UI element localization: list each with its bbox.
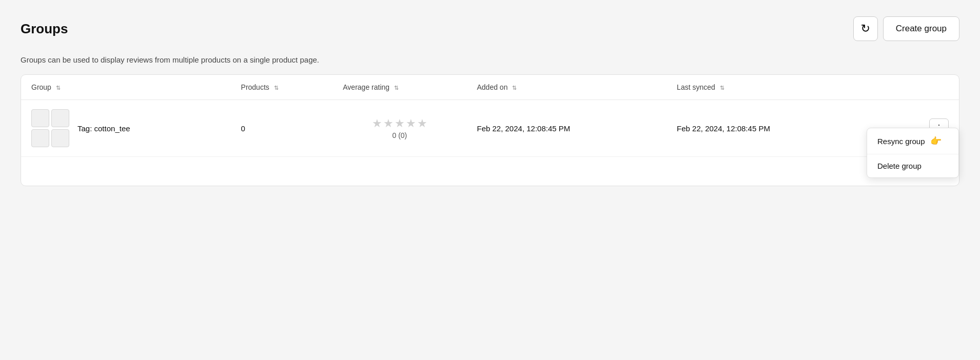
sort-icon-products: ⇅ (274, 85, 279, 91)
group-cell: Tag: cotton_tee (21, 100, 231, 157)
rating-text: 0 (0) (392, 131, 407, 139)
cursor-icon: 👉 (930, 135, 942, 147)
group-icon-grid (31, 109, 69, 147)
empty-row (21, 157, 959, 186)
page-container: Groups ↺ Create group Groups can be used… (21, 16, 959, 186)
col-last-synced[interactable]: Last synced ⇅ (667, 75, 919, 100)
star-1: ★ (372, 117, 382, 130)
actions-cell: ⋮ Resync group 👉 Delete group (919, 100, 959, 157)
groups-table-wrapper: Group ⇅ Products ⇅ Average rating ⇅ Adde… (21, 74, 959, 186)
page-title: Groups (21, 21, 68, 37)
empty-cell (21, 157, 959, 186)
col-products[interactable]: Products ⇅ (231, 75, 333, 100)
col-group[interactable]: Group ⇅ (21, 75, 231, 100)
sort-icon-synced: ⇅ (720, 85, 724, 91)
group-icon-cell-br (51, 129, 69, 147)
page-subtitle: Groups can be used to display reviews fr… (21, 55, 959, 64)
resync-group-label: Resync group (877, 137, 925, 146)
create-group-button[interactable]: Create group (883, 16, 959, 41)
star-5: ★ (417, 117, 427, 130)
groups-table: Group ⇅ Products ⇅ Average rating ⇅ Adde… (21, 75, 959, 186)
sort-icon-added: ⇅ (512, 85, 517, 91)
star-2: ★ (383, 117, 394, 130)
stars-row: ★ ★ ★ ★ ★ (372, 117, 427, 130)
star-4: ★ (406, 117, 416, 130)
group-icon-cell-bl (31, 129, 49, 147)
table-header-row: Group ⇅ Products ⇅ Average rating ⇅ Adde… (21, 75, 959, 100)
group-icon-cell-tl (31, 109, 49, 127)
products-cell: 0 (231, 100, 333, 157)
table-row: Tag: cotton_tee 0 ★ ★ ★ ★ ★ (21, 100, 959, 157)
actions-dropdown: Resync group 👉 Delete group (867, 128, 959, 178)
stars-container: ★ ★ ★ ★ ★ 0 (0) (343, 117, 456, 139)
added-on-cell: Feb 22, 2024, 12:08:45 PM (466, 100, 667, 157)
group-icon-cell-tr (51, 109, 69, 127)
group-cell-inner: Tag: cotton_tee (31, 109, 221, 147)
col-added-on[interactable]: Added on ⇅ (466, 75, 667, 100)
group-name: Tag: cotton_tee (77, 124, 130, 133)
page-header: Groups ↺ Create group (21, 16, 959, 41)
delete-group-label: Delete group (877, 162, 922, 170)
sort-icon-rating: ⇅ (394, 85, 399, 91)
resync-all-button[interactable]: ↺ (853, 16, 878, 41)
delete-group-menu-item[interactable]: Delete group (867, 154, 958, 177)
star-3: ★ (395, 117, 405, 130)
col-actions (919, 75, 959, 100)
header-actions: ↺ Create group (853, 16, 959, 41)
col-average-rating[interactable]: Average rating ⇅ (332, 75, 466, 100)
rating-cell: ★ ★ ★ ★ ★ 0 (0) (332, 100, 466, 157)
sort-icon-group: ⇅ (56, 85, 61, 91)
resync-group-menu-item[interactable]: Resync group 👉 (867, 128, 958, 154)
resync-icon: ↺ (861, 22, 870, 35)
